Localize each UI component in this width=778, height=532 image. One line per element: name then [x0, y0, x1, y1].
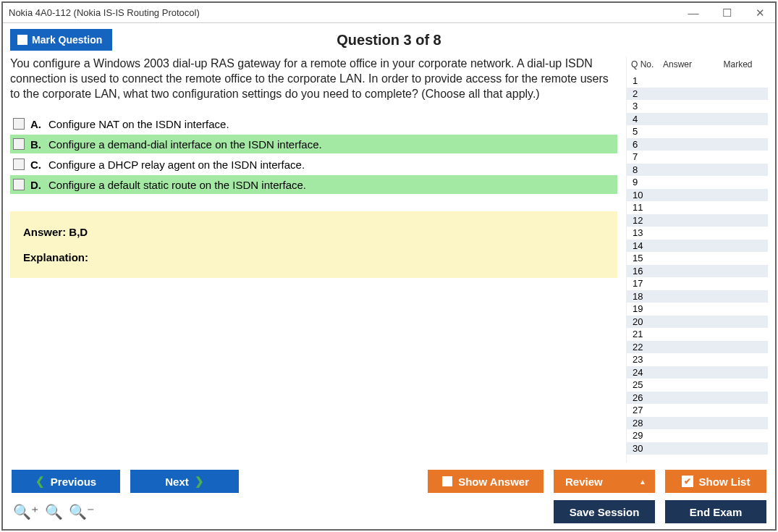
option-letter: B. [30, 138, 41, 151]
mark-question-label: Mark Question [32, 34, 102, 46]
check-icon: ✔ [682, 476, 693, 487]
option-checkbox[interactable] [13, 179, 25, 190]
button-row-2: 🔍⁺ 🔍 🔍⁻ Save Session End Exam [12, 500, 766, 523]
explanation-label: Explanation: [23, 251, 604, 263]
close-icon[interactable]: ✕ [749, 7, 771, 20]
question-list-row[interactable]: 1 [627, 75, 768, 88]
question-list-row[interactable]: 17 [627, 277, 768, 290]
review-label: Review [565, 476, 603, 488]
question-list-row[interactable]: 6 [627, 138, 768, 151]
answer-label: Answer: [23, 226, 69, 238]
window-title: Nokia 4A0-112 (Nokia IS-IS Routing Proto… [9, 7, 200, 18]
end-exam-button[interactable]: End Exam [665, 500, 766, 523]
question-list-row[interactable]: 23 [627, 353, 768, 366]
question-counter: Question 3 of 8 [337, 32, 441, 48]
square-icon [442, 476, 452, 486]
show-answer-button[interactable]: Show Answer [428, 470, 544, 493]
button-row-1: ❮ Previous Next ❯ Show Answer Review ▲ ✔… [12, 470, 766, 493]
footer: ❮ Previous Next ❯ Show Answer Review ▲ ✔… [3, 463, 775, 529]
question-list-row[interactable]: 19 [627, 303, 768, 316]
option-checkbox[interactable] [13, 159, 25, 170]
main-area: You configure a Windows 2003 dial-up RAS… [3, 56, 775, 463]
question-list-row[interactable]: 9 [627, 176, 768, 189]
save-session-label: Save Session [570, 506, 640, 518]
question-list-row[interactable]: 3 [627, 100, 768, 113]
question-list-row[interactable]: 2 [627, 88, 768, 101]
question-list-row[interactable]: 8 [627, 164, 768, 177]
question-text: You configure a Windows 2003 dial-up RAS… [10, 56, 617, 101]
question-list[interactable]: 1234567891011121314151617181920212223242… [627, 75, 768, 463]
show-list-button[interactable]: ✔ Show List [665, 470, 766, 493]
question-list-header: Q No. Answer Marked [627, 56, 768, 75]
question-list-panel: Q No. Answer Marked 12345678910111213141… [626, 56, 768, 463]
question-list-row[interactable]: 12 [627, 214, 768, 227]
col-header-answer: Answer [663, 59, 711, 69]
question-list-row[interactable]: 30 [627, 442, 768, 455]
question-list-row[interactable]: 11 [627, 201, 768, 214]
chevron-right-icon: ❯ [195, 475, 204, 488]
minimize-icon[interactable]: — [682, 7, 704, 19]
question-list-row[interactable]: 13 [627, 227, 768, 240]
next-button[interactable]: Next ❯ [130, 470, 239, 493]
save-session-button[interactable]: Save Session [554, 500, 655, 523]
chevron-left-icon: ❮ [35, 475, 45, 488]
answer-box: Answer: B,D Explanation: [10, 211, 617, 278]
review-button[interactable]: Review ▲ [554, 470, 655, 493]
option-checkbox[interactable] [13, 138, 25, 150]
question-list-row[interactable]: 5 [627, 125, 768, 138]
mark-question-button[interactable]: Mark Question [10, 29, 112, 51]
question-list-row[interactable]: 20 [627, 316, 768, 329]
col-header-qno: Q No. [631, 59, 663, 69]
previous-button[interactable]: ❮ Previous [12, 470, 120, 493]
question-list-row[interactable]: 25 [627, 379, 768, 392]
question-list-row[interactable]: 22 [627, 341, 768, 354]
option-row[interactable]: A.Configure NAT on the ISDN interface. [10, 114, 617, 133]
zoom-controls: 🔍⁺ 🔍 🔍⁻ [12, 503, 95, 520]
option-letter: D. [30, 179, 41, 191]
question-list-row[interactable]: 24 [627, 366, 768, 379]
option-checkbox[interactable] [13, 118, 25, 130]
question-list-row[interactable]: 14 [627, 240, 768, 253]
option-row[interactable]: C.Configure a DHCP relay agent on the IS… [10, 155, 617, 174]
answer-value: B,D [69, 226, 88, 238]
maximize-icon[interactable]: ☐ [716, 7, 737, 20]
question-list-row[interactable]: 21 [627, 328, 768, 341]
options-list: A.Configure NAT on the ISDN interface.B.… [10, 114, 617, 194]
show-answer-label: Show Answer [458, 476, 529, 488]
titlebar: Nokia 4A0-112 (Nokia IS-IS Routing Proto… [3, 3, 775, 23]
option-letter: A. [30, 118, 41, 130]
option-text: Configure a demand-dial interface on the… [48, 138, 322, 151]
app-window: Nokia 4A0-112 (Nokia IS-IS Routing Proto… [1, 1, 777, 531]
option-text: Configure a default static route on the … [48, 179, 306, 191]
question-list-row[interactable]: 4 [627, 113, 768, 126]
option-row[interactable]: D.Configure a default static route on th… [10, 175, 617, 194]
header-row: Mark Question Question 3 of 8 [3, 23, 775, 56]
question-list-row[interactable]: 10 [627, 189, 768, 202]
show-list-label: Show List [699, 476, 750, 488]
next-label: Next [165, 476, 189, 488]
option-text: Configure a DHCP relay agent on the ISDN… [48, 159, 305, 171]
checkbox-icon [17, 35, 28, 45]
question-list-row[interactable]: 28 [627, 417, 768, 430]
question-list-row[interactable]: 7 [627, 151, 768, 164]
question-list-row[interactable]: 29 [627, 429, 768, 442]
option-letter: C. [30, 159, 41, 171]
question-list-row[interactable]: 26 [627, 392, 768, 405]
question-panel: You configure a Windows 2003 dial-up RAS… [10, 56, 626, 463]
zoom-out-icon[interactable]: 🔍⁻ [69, 503, 95, 520]
question-list-row[interactable]: 16 [627, 265, 768, 278]
question-list-row[interactable]: 18 [627, 290, 768, 303]
end-exam-label: End Exam [690, 506, 743, 518]
previous-label: Previous [51, 476, 96, 488]
dropdown-icon: ▲ [639, 478, 646, 486]
option-text: Configure NAT on the ISDN interface. [48, 118, 229, 130]
question-list-row[interactable]: 27 [627, 404, 768, 417]
col-header-marked: Marked [711, 59, 765, 69]
window-controls: — ☐ ✕ [682, 7, 771, 20]
option-row[interactable]: B.Configure a demand-dial interface on t… [10, 135, 617, 153]
question-list-row[interactable]: 15 [627, 252, 768, 265]
zoom-icon[interactable]: 🔍 [45, 503, 63, 520]
zoom-in-icon[interactable]: 🔍⁺ [13, 503, 39, 520]
